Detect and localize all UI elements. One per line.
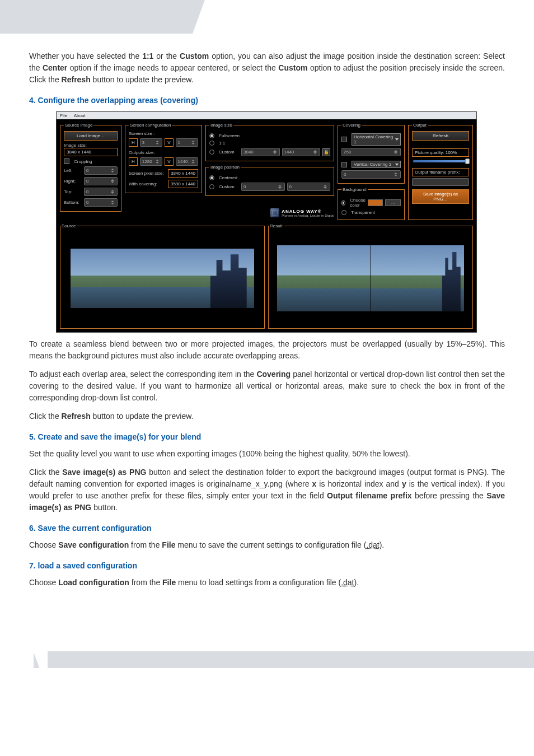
picture-quality-label: Picture quality: 100% xyxy=(412,148,469,157)
v-covering-select[interactable]: Vertical Covering 1 xyxy=(352,161,401,168)
color-picker-button[interactable]: … xyxy=(385,199,401,206)
refresh-button[interactable]: Refresh xyxy=(412,131,469,141)
crop-right-input[interactable]: 0 xyxy=(84,177,118,185)
bold-center: Center xyxy=(43,63,67,72)
panel-source-image: Source image Load image… Image size: 384… xyxy=(60,123,121,212)
output-h-input[interactable]: 1280 xyxy=(140,157,162,166)
analog-way-brand: ANALOG WAY®Pioneer in Analog, Leader in … xyxy=(205,208,334,217)
page-decorative-header xyxy=(0,0,534,34)
radio-1-1[interactable] xyxy=(209,141,214,146)
with-covering-value: 3590 x 1440 xyxy=(168,180,198,188)
panel-result-preview: Result xyxy=(268,223,473,329)
heading-6: 6. Save the current configuration xyxy=(29,524,505,533)
image-size-value: 3840 x 1440 xyxy=(64,148,118,156)
pos-x-input[interactable]: 0 xyxy=(241,183,285,191)
h-covering-checkbox[interactable] xyxy=(341,137,347,142)
quality-slider[interactable] xyxy=(413,160,468,162)
panel-screen-configuration: Screen configuration Screen size : H 3 V… xyxy=(125,123,202,193)
app-window: File About Source image Load image… Imag… xyxy=(56,111,477,333)
result-preview-image xyxy=(277,245,465,311)
h-covering-value-input[interactable]: 250 xyxy=(341,148,401,156)
bold-custom: Custom xyxy=(180,52,209,60)
heading-7: 7. load a saved configuration xyxy=(29,561,505,570)
save-images-button[interactable]: Save image(s) as PNG… xyxy=(412,189,469,204)
bold-custom-2: Custom xyxy=(278,63,307,72)
panel-source-preview: Source xyxy=(60,223,265,329)
s6-p: Choose Save configuration from the File … xyxy=(29,539,505,551)
custom-w-input[interactable]: 3840 xyxy=(241,148,280,156)
h-covering-select[interactable]: Horizontal Covering 1 xyxy=(352,133,401,146)
seamless-p1: To create a seamless blend between two o… xyxy=(29,338,505,362)
panel-background: Background Choose color… Transparent xyxy=(338,187,405,220)
screen-v-input[interactable]: 1 xyxy=(176,138,198,147)
radio-choose-color[interactable] xyxy=(341,200,345,206)
radio-centered[interactable] xyxy=(209,175,214,180)
radio-fullscreen[interactable] xyxy=(209,133,214,138)
radio-transparent[interactable] xyxy=(341,210,346,215)
menu-bar: File About xyxy=(57,112,476,119)
bold-1-1: 1:1 xyxy=(142,52,153,60)
seamless-p2: To adjust each overlap area, select the … xyxy=(29,368,505,404)
output-prefix-input[interactable] xyxy=(412,178,469,186)
panel-covering: Covering Horizontal Covering 1 250 Verti… xyxy=(338,123,405,184)
panel-output: Output Refresh Picture quality: 100% Out… xyxy=(408,123,473,220)
crop-left-input[interactable]: 0 xyxy=(84,166,118,175)
crop-top-input[interactable]: 0 xyxy=(84,188,118,196)
panel-image-size: Image size Fullscreen 1:1 Custom 3840 14… xyxy=(205,123,334,161)
bold-refresh: Refresh xyxy=(62,75,91,84)
document-body: Whether you have selected the 1:1 or the… xyxy=(0,34,534,629)
v-covering-checkbox[interactable] xyxy=(341,162,347,167)
chevron-down-icon xyxy=(395,138,399,141)
s5-p2: Click the Save image(s) as PNG button an… xyxy=(29,466,505,514)
s5-p1: Set the quality level you want to use wh… xyxy=(29,448,505,460)
pos-y-input[interactable]: 0 xyxy=(287,183,331,191)
screen-h-input[interactable]: 3 xyxy=(140,138,162,147)
lock-aspect-icon[interactable]: 🔒 xyxy=(322,148,330,156)
load-image-button[interactable]: Load image… xyxy=(64,131,118,141)
menu-about[interactable]: About xyxy=(74,113,86,118)
crop-bottom-input[interactable]: 0 xyxy=(84,198,118,207)
custom-h-input[interactable]: 1440 xyxy=(282,148,321,156)
output-prefix-label: Output filename prefix: xyxy=(412,168,469,176)
v-covering-value-input[interactable]: 0 xyxy=(341,170,401,179)
heading-5: 5. Create and save the image(s) for your… xyxy=(29,432,505,441)
s7-p: Choose Load configuration from the File … xyxy=(29,577,505,589)
analog-way-logo-icon xyxy=(270,208,279,217)
radio-pos-custom[interactable] xyxy=(209,184,214,189)
intro-paragraph: Whether you have selected the 1:1 or the… xyxy=(29,50,505,86)
source-preview-image xyxy=(71,249,254,309)
cropping-checkbox[interactable] xyxy=(64,158,69,164)
seamless-p3: Click the Refresh button to update the p… xyxy=(29,410,505,422)
panel-image-position: Image position Centered Custom 0 0 xyxy=(205,165,334,196)
radio-size-custom[interactable] xyxy=(209,150,214,155)
menu-file[interactable]: File xyxy=(60,113,67,118)
heading-4: 4. Configure the overlapping areas (cove… xyxy=(29,96,505,105)
chevron-down-icon xyxy=(395,164,399,166)
color-swatch[interactable] xyxy=(368,199,383,206)
output-v-input[interactable]: 1440 xyxy=(176,157,198,166)
screen-pixel-value: 3840 x 1440 xyxy=(168,169,198,178)
page-decorative-footer xyxy=(0,651,534,668)
